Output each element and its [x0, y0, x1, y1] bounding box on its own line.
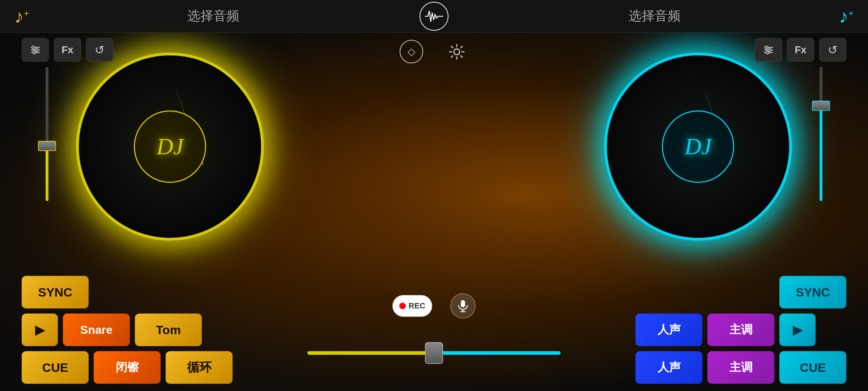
play-left-button[interactable]: ▶: [22, 314, 58, 346]
header-center: 选择音频 选择音频: [29, 2, 839, 31]
diamond-icon-button[interactable]: ◇: [398, 40, 425, 63]
fx-left-button[interactable]: Fx: [54, 38, 81, 62]
rec-dot: [399, 303, 406, 309]
sync-right-button[interactable]: SYNC: [779, 276, 846, 308]
add-music-right-icon[interactable]: ♪+: [839, 5, 854, 27]
select-audio-left[interactable]: 选择音频: [29, 7, 398, 25]
mic-button[interactable]: [450, 293, 476, 319]
bottom-right-controls: 人声 主调 人声 主调 SYNC ▶ CUE: [635, 276, 846, 384]
refresh-right-button[interactable]: ↺: [819, 38, 846, 62]
key1-button[interactable]: 主调: [707, 314, 774, 346]
hihat-button[interactable]: 闭镲: [94, 351, 161, 384]
settings-icon-button[interactable]: [443, 40, 470, 63]
play-right-button[interactable]: ▶: [779, 314, 816, 346]
controls-left: Fx ↺: [22, 38, 113, 62]
cue-left-button[interactable]: CUE: [22, 351, 89, 384]
vinyl-disc-left[interactable]: DJ: [76, 52, 264, 241]
bottom-left-controls: SYNC ▶ Snare Tom CUE 闭镲 循环: [22, 276, 233, 384]
fx-right-button[interactable]: Fx: [787, 38, 814, 62]
sync-play-cue-right: SYNC ▶ CUE: [779, 276, 846, 384]
select-audio-right[interactable]: 选择音频: [470, 7, 839, 25]
center-icons: ◇: [398, 40, 470, 63]
voice1-button[interactable]: 人声: [635, 314, 702, 346]
eq-left-button[interactable]: [22, 38, 49, 62]
rec-mic-row: REC: [392, 293, 476, 319]
eq-right-button[interactable]: [755, 38, 782, 62]
cue-hihat-loop-row: CUE 闭镲 循环: [22, 351, 233, 384]
sync-left-button[interactable]: SYNC: [22, 276, 89, 308]
key2-button[interactable]: 主调: [707, 351, 774, 384]
voice2-button[interactable]: 人声: [635, 351, 702, 384]
add-music-left-icon[interactable]: ♪+: [14, 5, 29, 27]
svg-point-10: [768, 49, 771, 51]
voice-key-grid: 人声 主调 人声 主调: [635, 314, 774, 384]
svg-point-3: [32, 46, 35, 49]
vinyl-label-right: DJ: [662, 110, 734, 183]
svg-point-12: [454, 49, 460, 55]
header-bar: ♪+ 选择音频 选择音频 ♪+: [0, 0, 868, 33]
volume-slider-left[interactable]: [40, 67, 54, 201]
svg-rect-13: [461, 300, 465, 307]
controls-right: Fx ↺: [755, 38, 846, 62]
tom-button[interactable]: Tom: [135, 314, 202, 346]
refresh-left-button[interactable]: ↺: [86, 38, 113, 62]
vinyl-label-left: DJ: [134, 110, 206, 183]
snare-button[interactable]: Snare: [63, 314, 130, 346]
svg-point-11: [766, 51, 769, 54]
rec-button[interactable]: REC: [392, 295, 432, 317]
crossfader-thumb[interactable]: [425, 342, 443, 364]
svg-point-5: [33, 51, 36, 54]
sync-row-left: SYNC: [22, 276, 233, 308]
svg-point-4: [35, 49, 38, 51]
cue-right-button[interactable]: CUE: [779, 351, 846, 384]
svg-point-9: [765, 46, 768, 49]
vinyl-disc-right[interactable]: DJ: [604, 52, 792, 241]
crossfader-container[interactable]: [307, 351, 561, 355]
volume-slider-right[interactable]: [814, 67, 828, 201]
play-snare-tom-row: ▶ Snare Tom: [22, 314, 233, 346]
waveform-icon[interactable]: [420, 2, 448, 31]
loop-button[interactable]: 循环: [166, 351, 233, 384]
